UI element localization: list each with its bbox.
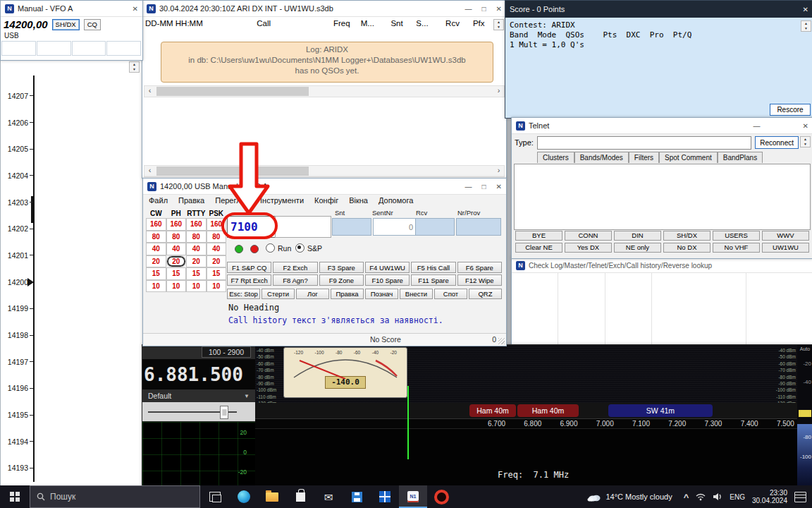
minimize-icon[interactable]: — [753, 122, 761, 130]
bandmap-frequency-label[interactable]: 14201 [1, 242, 33, 269]
function-key-button[interactable]: F11 Spare [411, 274, 455, 286]
log-column-header[interactable]: Rcv [445, 19, 473, 28]
band-select-cell[interactable]: 15 [146, 267, 166, 280]
clock[interactable]: 23:30 30.04.2024 [752, 489, 787, 505]
vfo-memory-cell[interactable] [72, 41, 106, 56]
menu-item[interactable]: Конфіг [314, 196, 338, 205]
log-column-header[interactable]: S... [416, 19, 445, 28]
auto-label[interactable]: Auto [797, 346, 812, 351]
bandmap-frequency-label[interactable]: 14203 [1, 189, 33, 216]
telnet-button[interactable]: Yes DX [565, 243, 612, 253]
preset-dropdown[interactable]: Default ▼ [142, 389, 255, 402]
check-titlebar[interactable]: Check Log/Master/Telnet/Exch/Call histor… [512, 258, 812, 273]
grid-app-taskbar-button[interactable] [371, 485, 399, 508]
function-key-button[interactable]: F6 Spare [457, 262, 502, 273]
scroll-right-icon[interactable]: › [493, 86, 504, 97]
close-icon[interactable]: ✕ [133, 5, 138, 13]
log-column-header[interactable]: Freq [333, 19, 361, 28]
filter-bandwidth[interactable]: 100 - 2900 [202, 346, 251, 358]
scrollbar-thumb[interactable] [156, 87, 309, 96]
close-icon[interactable]: ✕ [803, 122, 808, 130]
save-app-taskbar-button[interactable] [343, 485, 371, 508]
snt-field[interactable] [332, 218, 371, 236]
bandmap-frequency-label[interactable]: 14195 [1, 401, 33, 428]
band-select-cell[interactable]: 40 [186, 243, 207, 255]
function-key-button[interactable]: F10 Spare [365, 274, 410, 286]
bandmap-frequency-label[interactable]: 14207 [1, 83, 33, 109]
scroll-left-icon[interactable]: ‹ [144, 166, 155, 176]
n1mm-taskbar-button[interactable] [399, 485, 427, 508]
close-icon[interactable]: ✕ [496, 183, 502, 190]
maximize-icon[interactable]: □ [482, 5, 486, 13]
bandmap-frequency-label[interactable]: 14193 [1, 455, 33, 482]
nrprov-field[interactable] [456, 218, 501, 236]
telnet-button[interactable]: BYE [515, 231, 562, 241]
function-key-button[interactable]: F4 UW1WU [365, 262, 410, 273]
spinner-up-icon[interactable]: ▲ [130, 62, 139, 67]
telnet-button[interactable]: USERS [713, 231, 760, 241]
edge-taskbar-button[interactable] [230, 485, 258, 508]
function-key-button[interactable]: F7 Rpt Exch [227, 274, 271, 286]
bandmap-frequency-label[interactable]: 14197 [1, 349, 33, 375]
telnet-button[interactable]: No DX [663, 243, 710, 253]
hidden-icons-chevron[interactable]: ^ [684, 492, 689, 502]
language-indicator[interactable]: ENG [730, 493, 745, 501]
function-key-button[interactable]: F2 Exch [273, 262, 317, 273]
network-icon[interactable] [696, 492, 706, 501]
task-view-button[interactable] [200, 485, 230, 508]
band-select-cell[interactable]: 20 [146, 255, 166, 268]
band-select-cell[interactable]: 160 [207, 218, 227, 231]
scroll-right-icon[interactable]: › [493, 166, 504, 176]
band-select-cell[interactable]: 40 [207, 243, 227, 255]
band-select-cell[interactable]: 15 [166, 267, 187, 280]
band-tag[interactable]: SW 41m [608, 404, 713, 417]
telnet-tab[interactable]: Spot Comment [659, 152, 718, 163]
shdx-button[interactable]: SH/DX [52, 19, 80, 30]
log-titlebar[interactable]: 30.04.2024 20:30:10Z ARI DX INT - UW1WU.… [142, 1, 506, 17]
slider-handle[interactable] [220, 406, 228, 419]
band-select-cell[interactable]: 10 [166, 280, 187, 293]
file-explorer-taskbar-button[interactable] [258, 485, 286, 508]
rcv-field[interactable] [415, 218, 455, 236]
telnet-tab[interactable]: Bands/Modes [574, 152, 629, 163]
function-key-button[interactable]: F1 S&P CQ [227, 262, 271, 273]
menu-item[interactable]: Перегляд [215, 196, 250, 205]
telnet-button[interactable]: CONN [565, 231, 612, 241]
bandmap-frequency-label[interactable]: 14198 [1, 322, 33, 349]
vfo-memory-cell[interactable] [106, 41, 141, 56]
band-select-cell[interactable]: 40 [146, 243, 166, 255]
band-select-cell[interactable]: 40 [166, 243, 187, 255]
waterfall-panel[interactable]: -40 dBm-50 dBm-60 dBm-70 dBm-80 dBm-90 d… [255, 345, 797, 486]
band-tag[interactable]: Ham 40m [469, 404, 516, 417]
entry-titlebar[interactable]: 14200,00 USB Manual - VFO A — □ ✕ [143, 179, 506, 195]
sp-radio[interactable]: S&P [295, 243, 322, 253]
resize-grip[interactable] [498, 338, 505, 344]
vfo-memory-cell[interactable] [1, 41, 36, 56]
close-icon[interactable]: ✕ [803, 6, 808, 13]
menu-item[interactable]: Правка [178, 196, 204, 205]
close-icon[interactable]: ✕ [496, 5, 502, 13]
start-button[interactable] [0, 485, 30, 508]
telnet-button[interactable]: Clear NE [515, 243, 562, 253]
bandmap-frequency-label[interactable]: 14204 [1, 162, 33, 189]
telnet-titlebar[interactable]: Telnet — ✕ [512, 118, 812, 134]
telnet-button[interactable]: WWV [762, 231, 809, 241]
entry-action-button[interactable]: Познач [365, 289, 398, 299]
bandmap-frequency-label[interactable]: 14206 [1, 109, 33, 136]
band-select-cell[interactable]: 160 [146, 218, 166, 231]
function-key-button[interactable]: F9 Zone [319, 274, 364, 286]
level-marker[interactable] [799, 410, 811, 417]
function-key-button[interactable]: F12 Wipe [457, 274, 502, 286]
frequency-scale[interactable]: 6.7006.8006.9007.0007.1007.2007.3007.400… [255, 418, 797, 429]
telnet-button[interactable]: SH/DX [663, 231, 710, 241]
telnet-tab[interactable]: Filters [629, 152, 659, 163]
rescore-button[interactable]: Rescore [770, 104, 811, 116]
telnet-button[interactable]: NE only [614, 243, 661, 253]
band-tag[interactable]: Ham 40m [517, 404, 579, 417]
function-key-button[interactable]: F3 Spare [319, 262, 364, 273]
band-select-cell[interactable]: 80 [146, 231, 166, 243]
entry-action-button[interactable]: Лог [296, 289, 329, 299]
store-taskbar-button[interactable] [286, 485, 314, 508]
taskbar-search[interactable]: Пошук [30, 485, 200, 508]
zoomed-spectrum[interactable]: Freq: 7.1 MHz [255, 428, 797, 486]
